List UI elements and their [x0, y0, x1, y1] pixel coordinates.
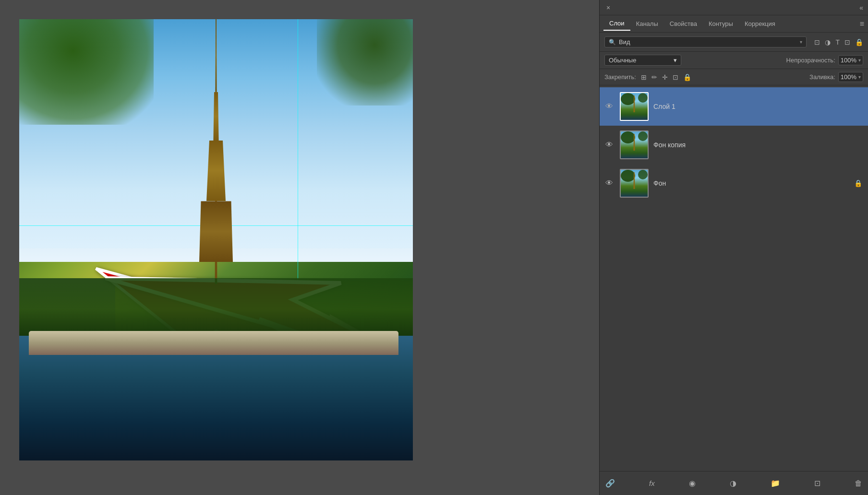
tab-layers[interactable]: Слои: [603, 17, 630, 31]
collapse-button[interactable]: «: [859, 4, 863, 12]
lock-label: Закрепить:: [604, 73, 636, 81]
layer-2-thumbnail: [620, 169, 649, 198]
lock-icon-move[interactable]: ✛: [662, 73, 668, 81]
fill-control[interactable]: 100% ▾: [838, 72, 863, 82]
tree-top-right: [317, 19, 413, 106]
tree-top-left: [19, 19, 154, 125]
layer-item-2[interactable]: 👁 Фон 🔒: [600, 164, 868, 202]
tab-channels[interactable]: Каналы: [630, 17, 664, 30]
fill-dropdown-arrow[interactable]: ▾: [858, 74, 861, 80]
layer-2-name: Фон: [653, 179, 849, 187]
bottom-group-icon[interactable]: 📁: [771, 479, 780, 488]
layer-2-visibility[interactable]: 👁: [605, 179, 615, 188]
blend-dropdown-arrow: ▾: [674, 57, 677, 64]
lock-icons: ⊞ ✏ ✛ ⊡ 🔒: [641, 73, 691, 81]
fill-value: 100%: [841, 73, 856, 81]
search-icon: 🔍: [609, 39, 616, 46]
filter-icon-type[interactable]: T: [835, 38, 840, 46]
bottom-mask-icon[interactable]: ◉: [689, 479, 696, 488]
layer-1-name: Фон копия: [653, 141, 862, 149]
lock-icon-artboard[interactable]: ⊡: [673, 73, 678, 81]
layer-1-thumbnail: [620, 130, 649, 159]
photo-background: [19, 19, 413, 460]
boat: [29, 331, 398, 355]
blend-mode-dropdown[interactable]: Обычные ▾: [604, 55, 681, 66]
layer-1-visibility[interactable]: 👁: [605, 141, 615, 149]
filter-icons-row: ⊡ ◑ T ⊡ 🔒: [814, 38, 863, 46]
search-row: 🔍 ▾ ⊡ ◑ T ⊡ 🔒: [600, 33, 868, 52]
canvas-area: [0, 0, 599, 495]
filter-icon-image[interactable]: ⊡: [814, 38, 820, 46]
opacity-label: Непрозрачность:: [786, 57, 835, 64]
search-dropdown-arrow[interactable]: ▾: [800, 39, 802, 45]
search-box[interactable]: 🔍 ▾: [604, 36, 807, 47]
panel-bottom-toolbar: 🔗 fx ◉ ◑ 📁 ⊡ 🗑: [600, 471, 868, 495]
layers-panel: × « Слои Каналы Свойства Контуры Коррекц…: [599, 0, 868, 495]
layer-2-lock-icon: 🔒: [854, 179, 862, 187]
search-input[interactable]: [619, 38, 797, 46]
panel-tabs: Слои Каналы Свойства Контуры Коррекция ≡: [600, 15, 868, 33]
layer-1-thumbnail-scene: [621, 131, 648, 158]
fill-label: Заливка:: [809, 73, 835, 81]
bottom-fx-icon[interactable]: fx: [649, 479, 655, 487]
bottom-adjustment-icon[interactable]: ◑: [730, 479, 736, 488]
lock-icon-all[interactable]: 🔒: [683, 73, 691, 81]
lock-row: Закрепить: ⊞ ✏ ✛ ⊡ 🔒 Заливка: 100% ▾: [600, 69, 868, 85]
blend-opacity-row: Обычные ▾ Непрозрачность: 100% ▾: [600, 52, 868, 69]
tab-properties[interactable]: Свойства: [664, 17, 703, 30]
bottom-new-layer-icon[interactable]: ⊡: [814, 479, 820, 488]
filter-icon-shape[interactable]: ⊡: [844, 38, 850, 46]
layer-2-thumbnail-scene: [621, 170, 648, 197]
lock-icon-paint[interactable]: ✏: [651, 73, 657, 81]
opacity-row: Непрозрачность: 100% ▾: [786, 55, 863, 65]
opacity-control[interactable]: 100% ▾: [838, 55, 863, 65]
fill-row: Заливка: 100% ▾: [809, 72, 863, 82]
layers-list: 👁 Слой 1 👁 Фон копия 👁: [600, 85, 868, 471]
lock-icon-pixels[interactable]: ⊞: [641, 73, 647, 81]
bottom-delete-icon[interactable]: 🗑: [855, 479, 862, 488]
tab-paths[interactable]: Контуры: [703, 17, 739, 30]
close-button[interactable]: ×: [604, 4, 612, 12]
canvas-image: [19, 19, 413, 460]
layer-0-thumbnail-scene: [621, 93, 648, 120]
blend-mode-value: Обычные: [609, 57, 636, 64]
layer-0-name: Слой 1: [653, 103, 862, 110]
filter-icon-lock[interactable]: 🔒: [855, 38, 863, 46]
layer-0-visibility[interactable]: 👁: [605, 102, 615, 111]
tab-correction[interactable]: Коррекция: [739, 17, 781, 30]
bottom-link-icon[interactable]: 🔗: [605, 479, 615, 488]
layer-item-1[interactable]: 👁 Фон копия: [600, 126, 868, 164]
layer-0-thumbnail: [620, 92, 649, 121]
panel-menu-icon[interactable]: ≡: [860, 20, 864, 28]
opacity-value: 100%: [841, 57, 856, 64]
panel-topbar: × «: [600, 0, 868, 15]
filter-icon-adjustment[interactable]: ◑: [825, 38, 831, 46]
eiffel-tower: [197, 19, 235, 262]
opacity-dropdown-arrow[interactable]: ▾: [858, 58, 861, 63]
layer-item-0[interactable]: 👁 Слой 1: [600, 87, 868, 126]
